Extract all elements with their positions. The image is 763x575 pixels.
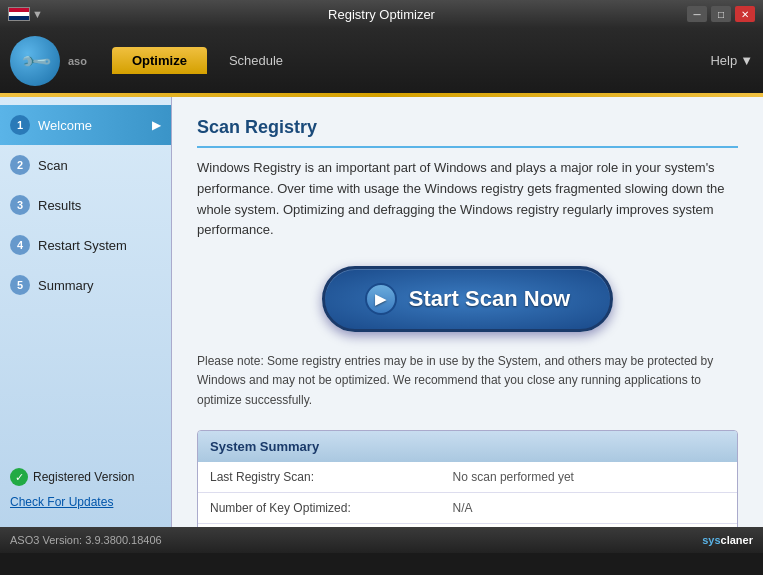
- brand-logo: sysclaner: [702, 534, 753, 546]
- help-button[interactable]: Help ▼: [710, 53, 753, 68]
- step-badge-2: 2: [10, 155, 30, 175]
- play-icon: ▶: [365, 283, 397, 315]
- sidebar-label-summary: Summary: [38, 278, 94, 293]
- sidebar-item-restart[interactable]: 4 Restart System: [0, 225, 171, 265]
- chevron-down-icon: ▼: [740, 53, 753, 68]
- step-badge-3: 3: [10, 195, 30, 215]
- table-row: Last Registry Scan: No scan performed ye…: [198, 462, 737, 493]
- sidebar-label-scan: Scan: [38, 158, 68, 173]
- sidebar-bottom: ✓ Registered Version Check For Updates: [0, 458, 171, 519]
- sidebar-item-scan[interactable]: 2 Scan: [0, 145, 171, 185]
- registered-label: Registered Version: [33, 470, 134, 484]
- sidebar-item-results[interactable]: 3 Results: [0, 185, 171, 225]
- tab-optimize[interactable]: Optimize: [112, 47, 207, 74]
- summary-label-1: Number of Key Optimized:: [198, 492, 441, 523]
- check-updates-link[interactable]: Check For Updates: [10, 495, 113, 509]
- nav-tabs: Optimize Schedule: [112, 47, 303, 74]
- app-title: Registry Optimizer: [328, 7, 435, 22]
- sidebar-label-welcome: Welcome: [38, 118, 92, 133]
- title-bar: ▼ Registry Optimizer ─ □ ✕: [0, 0, 763, 28]
- close-button[interactable]: ✕: [735, 6, 755, 22]
- restore-button[interactable]: □: [711, 6, 731, 22]
- version-label: ASO3 Version: 3.9.3800.18406: [10, 534, 162, 546]
- flag-icon: [8, 7, 30, 21]
- app-header: 🔧 aso Optimize Schedule Help ▼: [0, 28, 763, 93]
- step-badge-1: 1: [10, 115, 30, 135]
- summary-value-2: N/A: [441, 523, 737, 527]
- language-flag[interactable]: ▼: [8, 7, 43, 21]
- summary-value-1: N/A: [441, 492, 737, 523]
- note-text: Please note: Some registry entries may b…: [197, 352, 738, 410]
- summary-label-2: Scheduled Scan:: [198, 523, 441, 527]
- page-title: Scan Registry: [197, 117, 738, 148]
- sidebar-item-welcome[interactable]: 1 Welcome ▶: [0, 105, 171, 145]
- step-badge-4: 4: [10, 235, 30, 255]
- status-bar: ASO3 Version: 3.9.3800.18406 sysclaner: [0, 527, 763, 553]
- app-logo: 🔧: [10, 36, 60, 86]
- table-row: Scheduled Scan: N/A: [198, 523, 737, 527]
- sidebar-label-restart: Restart System: [38, 238, 127, 253]
- window-controls: ─ □ ✕: [687, 6, 755, 22]
- summary-header: System Summary: [198, 431, 737, 462]
- tab-schedule[interactable]: Schedule: [209, 47, 303, 74]
- summary-table: Last Registry Scan: No scan performed ye…: [198, 462, 737, 527]
- start-scan-button[interactable]: ▶ Start Scan Now: [322, 266, 613, 332]
- sidebar-item-summary[interactable]: 5 Summary: [0, 265, 171, 305]
- main-layout: 1 Welcome ▶ 2 Scan 3 Results 4 Restart S…: [0, 97, 763, 527]
- sidebar: 1 Welcome ▶ 2 Scan 3 Results 4 Restart S…: [0, 97, 172, 527]
- scan-button-label: Start Scan Now: [409, 286, 570, 312]
- sidebar-label-results: Results: [38, 198, 81, 213]
- content-description: Windows Registry is an important part of…: [197, 158, 738, 241]
- summary-label-0: Last Registry Scan:: [198, 462, 441, 493]
- chevron-right-icon: ▶: [152, 118, 161, 132]
- check-icon: ✓: [10, 468, 28, 486]
- summary-value-0: No scan performed yet: [441, 462, 737, 493]
- registered-badge: ✓ Registered Version: [10, 468, 161, 486]
- logo-area: 🔧 aso: [10, 36, 87, 86]
- aso-label: aso: [68, 55, 87, 67]
- wrench-icon: 🔧: [18, 43, 53, 78]
- step-badge-5: 5: [10, 275, 30, 295]
- table-row: Number of Key Optimized: N/A: [198, 492, 737, 523]
- system-summary: System Summary Last Registry Scan: No sc…: [197, 430, 738, 527]
- minimize-button[interactable]: ─: [687, 6, 707, 22]
- content-area: Scan Registry Windows Registry is an imp…: [172, 97, 763, 527]
- scan-button-wrapper: ▶ Start Scan Now: [197, 266, 738, 332]
